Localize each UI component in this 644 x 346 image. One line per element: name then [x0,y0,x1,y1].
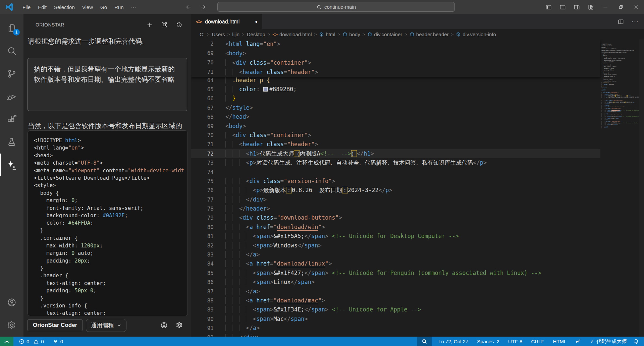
menu-more[interactable]: ··· [127,3,140,11]
more-actions-icon[interactable]: ··· [632,18,639,25]
account-icon[interactable] [160,322,168,329]
menu-run[interactable]: Run [111,3,127,11]
minimize-icon [602,4,608,10]
minimize-button[interactable] [598,0,613,14]
activity-ai-assistant[interactable] [0,154,23,176]
code-line-68: 68</head> [191,112,600,121]
plus-icon[interactable] [146,21,153,28]
key-icon[interactable] [573,337,583,346]
line-number: 64 [191,76,225,85]
assistant-status[interactable]: ✓ 代码生成大师 [588,337,629,346]
restore-button[interactable] [613,0,629,14]
activity-settings-gear[interactable] [0,314,23,337]
breadcrumb-label: Users [212,32,225,37]
history-icon[interactable] [176,21,182,28]
breadcrumb-item-body[interactable]: body [342,32,360,37]
breadcrumb-item-lijin[interactable]: lijin [232,32,239,37]
user-request-quote: 搞的不错，但是我希望有一个地方能显示最新的软件版本号和发布日期。输出完整代码不要… [28,58,187,111]
breadcrumb-label: C: [200,32,205,37]
settings-gear-icon[interactable] [176,322,183,329]
code-line-82: 82 <span>Windows</span> [191,241,600,250]
layout-sidebar-left-button[interactable] [541,0,555,14]
customize-layout-icon [588,4,594,10]
breadcrumb-item-div-container[interactable]: div.container [367,32,402,37]
error-count: 0 [26,339,29,344]
symbol-icon [367,32,372,37]
warning-icon [33,339,39,344]
modified-dot-icon[interactable]: ● [255,19,258,24]
code-line-83: 83 </a> [191,250,600,259]
menu-edit[interactable]: Edit [34,3,50,11]
breadcrumb-item-users[interactable]: Users [212,32,225,37]
title-bar: FileEditSelectionViewGoRun··· continue-m… [0,0,644,14]
problems-status[interactable]: 0 0 [17,337,46,346]
code-line-67: 67</style> [191,103,600,112]
minimap[interactable]: <!DOCTYPE html><html lang="en"><head><me… [601,44,639,129]
chat-code-line: <meta charset="UTF-8"> [34,159,187,167]
editor-scrollbar[interactable] [639,39,644,337]
layout-sidebar-right-button[interactable] [570,0,584,14]
sidebar-header: ORIONSTAR [23,14,191,36]
activity-source-control[interactable] [0,62,23,85]
indentation[interactable]: Spaces: 2 [475,337,501,346]
code-line-86: 86 <span>Linux</span> [191,278,600,287]
search-value: continue-main [324,4,356,10]
menu-selection[interactable]: Selection [50,3,78,11]
layout-panel-button[interactable] [555,0,570,14]
brand-button[interactable]: OrionStar Coder [27,319,83,331]
tab-download-html[interactable]: <> download.html ● [191,14,262,29]
language-mode[interactable]: HTML [551,337,569,346]
breadcrumb-item-header-header[interactable]: header.header [410,32,449,37]
line-number: 2 [191,39,225,49]
breadcrumb-item-div-version-info[interactable]: div.version-info [456,32,496,37]
activity-explorer[interactable]: 1 [0,17,23,40]
arrow-right-icon[interactable] [200,4,207,10]
breadcrumb-item-html[interactable]: html [319,32,335,37]
symbol-icon [456,32,461,37]
eol-sequence[interactable]: CRLF [529,337,546,346]
activity-extensions[interactable] [0,108,23,131]
command-center-search[interactable]: continue-main [217,2,455,12]
radio-tower-icon [53,339,58,344]
activity-testing[interactable] [0,131,23,154]
menu-go[interactable]: Go [97,3,111,11]
cursor-position[interactable]: Ln 72, Col 27 [436,337,470,346]
chat-code-line: <!DOCTYPE html> [34,137,187,144]
arrow-left-icon[interactable] [185,4,192,10]
ports-status[interactable]: 0 [51,337,65,346]
remote-indicator[interactable]: >< [0,337,13,346]
encoding[interactable]: UTF-8 [506,337,525,346]
menu-view[interactable]: View [78,3,97,11]
chat-code-block[interactable]: <!DOCTYPE html><html lang="en"><head><me… [28,130,188,316]
line-number: 85 [191,269,225,278]
code-line-77: 77 </div> [191,195,600,204]
breadcrumb-separator: > [227,32,230,37]
chat-code-line: } [34,265,187,272]
code-line-75: 75 <div class="version-info"> [191,177,600,186]
activity-run-debug[interactable] [0,85,23,108]
split-editor-icon[interactable] [618,18,624,25]
activity-account[interactable] [0,291,23,314]
customize-layout-button[interactable] [584,0,598,14]
menu-file[interactable]: File [19,3,34,11]
mode-dropdown[interactable]: 通用编程 [86,319,126,332]
breadcrumb-item-download-html[interactable]: <>download.html [272,32,312,37]
chat-code-line: font-family: Arial, sans-serif; [34,205,187,212]
code-line-88: 88 <a href="download/mac"> [191,296,600,305]
code-editor[interactable]: 64 .header p {65 color: #8892B0;66 }67</… [191,39,644,337]
bell-icon[interactable] [633,338,639,344]
code-line-74: 74 [191,168,600,177]
activity-search[interactable] [0,40,23,62]
breadcrumb-item-c-[interactable]: C: [200,32,205,37]
line-number: 66 [191,94,225,103]
code-line-69: 69<body> [191,122,600,131]
breadcrumb-separator: > [314,32,317,37]
sidebar-footer: OrionStar Coder 通用编程 [23,319,191,332]
extensions-icon [7,114,17,124]
chat-code-line: } [34,295,187,302]
zoom-indicator[interactable] [417,337,432,346]
code-line-73: 73 <p>对话代码生成、注释生成代码、自动补全、代码解释、技术问答、私有知识库… [191,158,600,167]
screen-icon[interactable] [161,21,168,28]
close-button[interactable] [629,0,644,14]
breadcrumb-item-desktop[interactable]: Desktop [247,32,265,37]
